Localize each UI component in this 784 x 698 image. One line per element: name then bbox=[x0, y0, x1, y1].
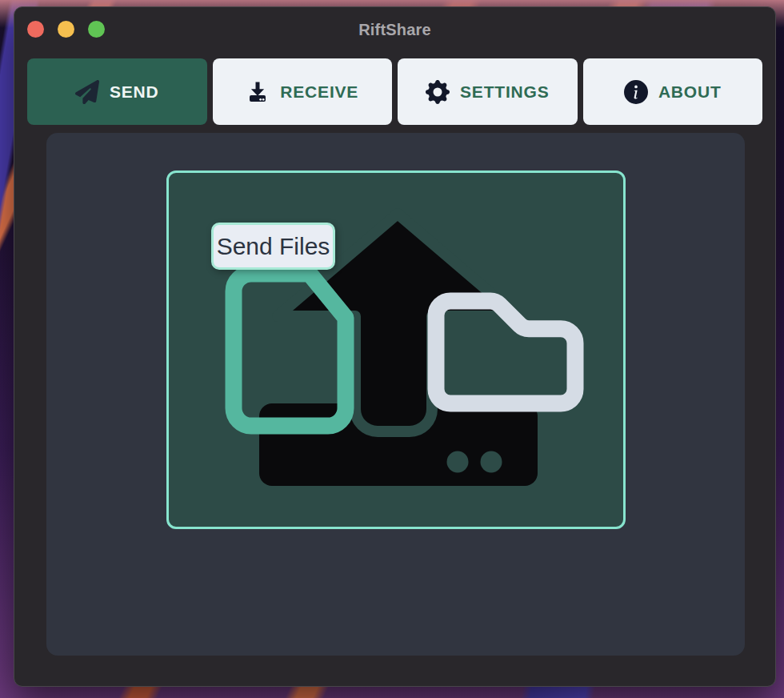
gear-icon bbox=[426, 80, 450, 104]
title-bar: RiftShare bbox=[14, 7, 775, 52]
tab-send-label: SEND bbox=[110, 82, 159, 102]
close-button[interactable] bbox=[27, 21, 44, 38]
send-files-badge: Send Files bbox=[211, 223, 335, 270]
tab-bar: SEND RECEIVE SETTINGS ABOUT bbox=[14, 58, 775, 125]
send-files-dropzone[interactable]: Send Files bbox=[166, 170, 626, 529]
download-icon bbox=[246, 80, 270, 104]
tab-receive[interactable]: RECEIVE bbox=[213, 58, 393, 125]
app-window: RiftShare SEND RECEIVE SE bbox=[14, 6, 776, 687]
tab-about-label: ABOUT bbox=[658, 82, 722, 102]
tab-send[interactable]: SEND bbox=[27, 58, 207, 125]
maximize-button[interactable] bbox=[88, 21, 105, 38]
paper-plane-icon bbox=[75, 80, 99, 104]
window-title: RiftShare bbox=[358, 21, 431, 39]
tab-receive-label: RECEIVE bbox=[280, 82, 358, 102]
minimize-button[interactable] bbox=[58, 21, 74, 38]
file-outline-icon bbox=[234, 274, 346, 426]
traffic-lights bbox=[27, 21, 105, 38]
tab-about[interactable]: ABOUT bbox=[583, 58, 763, 125]
send-panel: Send Files bbox=[46, 133, 745, 656]
info-circle-icon bbox=[624, 80, 648, 104]
tab-settings[interactable]: SETTINGS bbox=[398, 58, 578, 125]
tab-settings-label: SETTINGS bbox=[460, 82, 549, 102]
